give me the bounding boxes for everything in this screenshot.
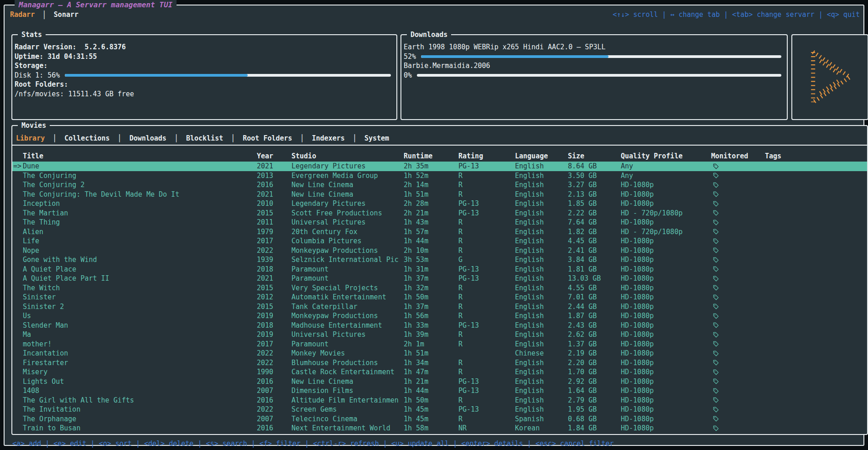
movie-title-cell: =>Dune [12, 162, 257, 170]
table-row[interactable]: Lights Out2016New Line Cinema1h 21mPG-13… [12, 377, 867, 387]
movie-quality-profile: HD-1080p [621, 181, 711, 189]
movie-title-cell: The Invitation [12, 405, 257, 413]
table-row[interactable]: Slender Man2018Madhouse Entertainment1h … [12, 321, 867, 330]
movie-rating: R [458, 303, 515, 311]
movie-rating: R [458, 237, 515, 245]
tag-icon [712, 387, 719, 394]
tabs-separator-line [12, 145, 867, 146]
table-row[interactable]: Inception2010Legendary Pictures2h 28mPG-… [12, 199, 867, 209]
movie-quality-profile: HD-1080p [621, 256, 711, 264]
table-row[interactable]: Incantation2022Monkey Movies1h 51mChines… [12, 349, 867, 358]
table-row[interactable]: Ma2019Universal Pictures1h 39mREnglish2.… [12, 330, 867, 340]
table-row[interactable]: Firestarter2022Blumhouse Productions1h 3… [12, 358, 867, 368]
download-progress-row: 0% [404, 71, 783, 80]
tab-separator: │ [353, 134, 357, 142]
tag-icon [712, 238, 719, 245]
tag-icon [712, 331, 719, 338]
movie-quality-profile: HD - 720p/1080p [621, 209, 711, 217]
table-row[interactable]: Train to Busan2016Next Entertainment Wor… [12, 424, 867, 433]
movie-size: 2.62 GB [568, 330, 621, 339]
disk-usage-label: Disk 1: 56% [15, 71, 60, 79]
movie-title-cell: The Thing [12, 218, 257, 226]
movie-size: 7.01 GB [568, 293, 621, 301]
table-row[interactable]: Alien197920th Century Fox1h 57mREnglish1… [12, 227, 867, 237]
movie-year: 2012 [257, 293, 291, 301]
movie-studio: New Line Cinema [291, 190, 404, 199]
movie-quality-profile: HD-1080p [621, 218, 711, 226]
download-percent-label: 52% [404, 52, 416, 61]
movie-year: 1979 [257, 228, 291, 236]
column-header-size: Size [568, 152, 621, 160]
movie-size: 1.64 GB [568, 387, 621, 395]
table-row[interactable]: The Girl with All the Gifts2016Altitude … [12, 396, 867, 405]
movies-tab-root-folders[interactable]: Root Folders [242, 134, 293, 142]
movie-monitored-cell [711, 294, 765, 301]
table-row[interactable]: The Thing2011Universal Pictures1h 43mREn… [12, 218, 867, 227]
movie-runtime: 1h 44m [404, 237, 458, 245]
movie-language: English [515, 190, 568, 199]
movie-size: 2.92 GB [568, 377, 621, 386]
table-row[interactable]: A Quiet Place Part II2021Paramount1h 37m… [12, 274, 867, 283]
table-row[interactable]: Life2017Columbia Pictures1h 44mREnglish4… [12, 236, 867, 246]
movie-monitored-cell [711, 359, 765, 366]
table-row[interactable]: The Conjuring: The Devil Made Me Do It20… [12, 190, 867, 199]
table-row[interactable]: Us2019Monkeypaw Productions1h 56mREnglis… [12, 311, 867, 321]
uptime: Uptime: 31d 04:31:55 [15, 52, 393, 62]
tag-icon [712, 340, 719, 347]
movie-monitored-cell [711, 406, 765, 413]
movie-runtime: 1h 21m [404, 377, 458, 386]
table-row[interactable]: The Conjuring 22016New Line Cinema2h 14m… [12, 180, 867, 190]
movie-year: 2022 [257, 246, 291, 255]
movie-studio: Tank Caterpillar [291, 303, 404, 311]
movie-monitored-cell [711, 331, 765, 338]
table-row[interactable]: A Quiet Place2018Paramount1h 31mPG-13Eng… [12, 265, 867, 274]
column-header-quality-profile: Quality Profile [621, 152, 711, 160]
movie-studio: Automatik Entertainment [291, 293, 404, 301]
movie-size: 2.79 GB [568, 396, 621, 404]
movies-tab-indexers[interactable]: Indexers [311, 134, 346, 142]
movie-year: 1939 [257, 256, 291, 264]
movie-language: English [515, 321, 568, 330]
movies-tab-collections[interactable]: Collections [63, 134, 110, 142]
table-row[interactable]: The Witch2015Very Special Projects1h 32m… [12, 283, 867, 293]
table-row[interactable]: Sinister2012Automatik Entertainment1h 50… [12, 293, 867, 302]
movies-tab-downloads[interactable]: Downloads [129, 134, 167, 142]
movie-year: 2021 [257, 162, 291, 170]
tag-icon [712, 397, 719, 403]
movie-runtime: 1h 51m [404, 349, 458, 357]
table-row[interactable]: Nope2022Monkeypaw Productions2h 10mREngl… [12, 246, 867, 256]
movie-quality-profile: HD-1080p [621, 349, 711, 357]
table-row[interactable]: The Invitation2022Screen Gems1h 45mPG-13… [12, 405, 867, 414]
table-row[interactable]: The Conjuring2013Evergreen Media Group1h… [12, 171, 867, 181]
movie-quality-profile: HD - 720p/1080p [621, 228, 711, 236]
movies-tab-system[interactable]: System [364, 134, 390, 142]
movie-language: English [515, 237, 568, 245]
table-row[interactable]: Misery1990Castle Rock Entertainment1h 47… [12, 367, 867, 377]
movie-size: 3.27 GB [568, 181, 621, 189]
movie-studio: Blumhouse Productions [291, 359, 404, 367]
movie-title-cell: The Conjuring [12, 172, 257, 180]
table-row[interactable]: 14082007Dimension Films1h 44mPG-13Englis… [12, 386, 867, 396]
movie-year: 2022 [257, 349, 291, 357]
movies-tab-blocklist[interactable]: Blocklist [185, 134, 224, 142]
tag-icon [712, 209, 719, 216]
movie-runtime: 1h 32m [404, 284, 458, 292]
column-header-language: Language [515, 152, 568, 160]
table-row[interactable]: =>Dune2021Legendary Pictures2h 35mPG-13E… [12, 162, 867, 171]
table-row[interactable]: Gone with the Wind1939Selznick Internati… [12, 255, 867, 265]
movie-size: 2.13 GB [568, 190, 621, 199]
tag-icon [712, 275, 719, 282]
movie-quality-profile: HD-1080p [621, 368, 711, 376]
table-row[interactable]: The Martian2015Scott Free Productions2h … [12, 209, 867, 218]
servarr-tab-radarr[interactable]: Radarr [9, 10, 36, 19]
movie-language: English [515, 228, 568, 236]
movie-language: English [515, 359, 568, 367]
movie-quality-profile: HD-1080p [621, 190, 711, 199]
servarr-tab-sonarr[interactable]: Sonarr [53, 10, 79, 19]
movie-monitored-cell [711, 340, 765, 347]
tab-separator: │ [42, 10, 47, 19]
movies-tab-library[interactable]: Library [15, 134, 46, 142]
table-row[interactable]: mother!2017Paramount2h 1mREnglish1.37 GB… [12, 340, 867, 349]
table-row[interactable]: The Orphanage2007Telecinco Cinema1h 45mR… [12, 414, 867, 424]
table-row[interactable]: Sinister 22015Tank Caterpillar1h 37mREng… [12, 302, 867, 312]
